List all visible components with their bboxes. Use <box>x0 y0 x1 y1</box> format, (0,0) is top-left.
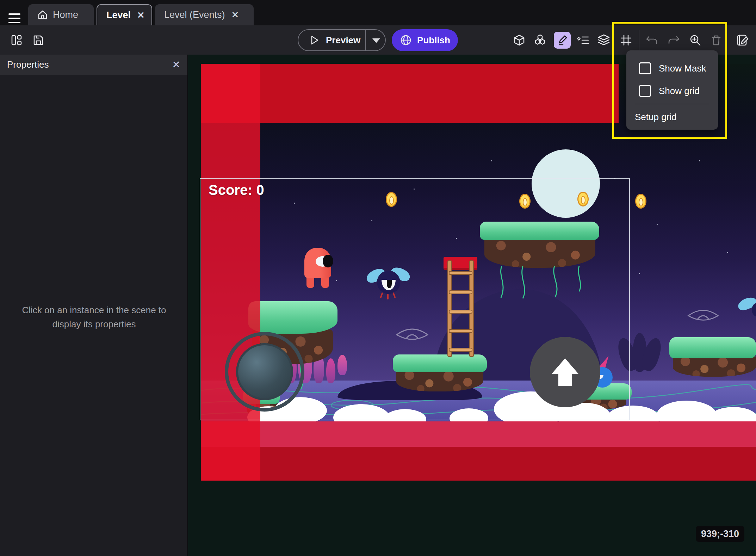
tab-level-events[interactable]: Level (Events) ✕ <box>155 4 254 25</box>
star <box>657 224 658 225</box>
joystick-knob-instance[interactable] <box>236 343 293 400</box>
publish-label: Publish <box>417 35 450 46</box>
cursor-coordinates-badge: 939;-310 <box>696 526 744 542</box>
star <box>639 273 640 274</box>
hamburger-bar <box>8 22 20 23</box>
close-icon[interactable]: ✕ <box>230 9 241 21</box>
red-mask-band-top <box>201 64 619 123</box>
save-icon[interactable] <box>32 34 45 47</box>
preview-button[interactable]: Preview <box>298 29 386 51</box>
events-sheet-icon[interactable] <box>736 34 749 47</box>
menu-item-label: Setup grid <box>635 112 677 123</box>
menu-item-label: Show grid <box>659 86 700 97</box>
score-text-instance[interactable]: Score: 0 <box>209 182 264 198</box>
checkbox-unchecked[interactable] <box>639 62 651 74</box>
tab-level[interactable]: Level ✕ <box>97 4 152 25</box>
layers-icon[interactable] <box>597 34 610 47</box>
fly-enemy-instance[interactable] <box>738 297 756 317</box>
edit-tool-selected[interactable] <box>554 32 571 49</box>
tab-home[interactable]: Home <box>28 4 94 25</box>
tab-label: Level <box>106 10 131 21</box>
preview-label: Preview <box>326 35 360 46</box>
star <box>491 160 492 161</box>
tab-label: Level (Events) <box>164 10 225 20</box>
star <box>727 252 728 253</box>
up-arrow-icon <box>552 358 578 374</box>
chevron-down-icon[interactable] <box>372 38 380 43</box>
up-arrow-icon <box>558 374 572 386</box>
button-divider <box>365 30 366 50</box>
checkbox-unchecked[interactable] <box>639 85 651 97</box>
menu-item-label: Show Mask <box>659 63 706 74</box>
tab-label: Home <box>53 10 78 20</box>
star <box>699 160 700 161</box>
app-root: { "tabs": { "home": { "label": "Home" },… <box>0 0 756 556</box>
properties-list-icon[interactable] <box>577 34 589 47</box>
eye-swirl-decoration <box>687 306 719 325</box>
menu-item-setup-grid[interactable]: Setup grid <box>635 108 709 126</box>
menu-divider <box>635 104 709 104</box>
menu-item-show-mask[interactable]: Show Mask <box>626 58 718 79</box>
close-icon[interactable]: ✕ <box>172 59 180 70</box>
hamburger-menu-icon[interactable] <box>8 11 20 26</box>
hamburger-bar <box>8 13 20 15</box>
publish-button[interactable]: Publish <box>392 29 458 51</box>
red-ground-band-dark <box>201 447 756 481</box>
red-ground-band <box>201 421 756 447</box>
objects-cube-icon[interactable] <box>513 34 526 47</box>
cursor-coordinates: 939;-310 <box>701 529 739 539</box>
island-grass[interactable] <box>669 337 756 358</box>
home-icon <box>37 10 48 20</box>
properties-panel: Properties ✕ Click on an instance in the… <box>0 55 188 556</box>
properties-header: Properties ✕ <box>0 55 187 75</box>
instances-cubes-icon[interactable] <box>534 34 546 47</box>
properties-empty-message: Click on an instance in the scene to dis… <box>10 303 179 331</box>
globe-icon <box>399 34 412 47</box>
menu-item-show-grid[interactable]: Show grid <box>626 81 718 101</box>
pencil-icon <box>557 35 568 46</box>
layout-panels-icon[interactable] <box>10 34 23 47</box>
jump-button-instance[interactable] <box>530 337 600 407</box>
grid-options-menu: Show Mask Show grid Setup grid <box>626 50 718 130</box>
coin-instance[interactable] <box>635 194 646 209</box>
hamburger-bar <box>8 18 20 19</box>
play-icon <box>308 34 320 46</box>
close-icon[interactable]: ✕ <box>136 9 146 21</box>
panel-title: Properties <box>7 59 49 70</box>
